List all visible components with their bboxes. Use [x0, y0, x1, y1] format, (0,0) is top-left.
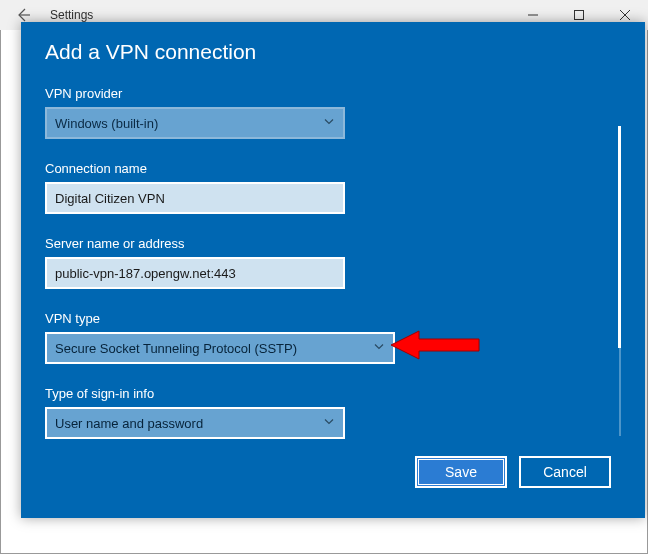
field-server: Server name or address public-vpn-187.op… [45, 236, 595, 289]
connection-name-value: Digital Citizen VPN [55, 191, 165, 206]
chevron-down-icon [323, 416, 335, 431]
vpn-type-select[interactable]: Secure Socket Tunneling Protocol (SSTP) [45, 332, 395, 364]
svg-rect-0 [575, 11, 584, 20]
save-button[interactable]: Save [415, 456, 507, 488]
signin-type-label: Type of sign-in info [45, 386, 595, 401]
chevron-down-icon [373, 341, 385, 356]
vpn-provider-value: Windows (built-in) [55, 116, 158, 131]
server-input[interactable]: public-vpn-187.opengw.net:443 [45, 257, 345, 289]
vpn-provider-select[interactable]: Windows (built-in) [45, 107, 345, 139]
signin-type-select[interactable]: User name and password [45, 407, 345, 439]
server-value: public-vpn-187.opengw.net:443 [55, 266, 236, 281]
scrollbar[interactable] [619, 126, 621, 436]
signin-type-value: User name and password [55, 416, 203, 431]
connection-name-label: Connection name [45, 161, 595, 176]
scrollbar-thumb[interactable] [618, 126, 621, 348]
panel-footer: Save Cancel [45, 444, 621, 500]
vpn-provider-label: VPN provider [45, 86, 595, 101]
field-vpn-provider: VPN provider Windows (built-in) [45, 86, 595, 139]
vpn-type-value: Secure Socket Tunneling Protocol (SSTP) [55, 341, 297, 356]
field-connection-name: Connection name Digital Citizen VPN [45, 161, 595, 214]
cancel-button[interactable]: Cancel [519, 456, 611, 488]
panel-heading: Add a VPN connection [45, 40, 621, 64]
field-signin-type: Type of sign-in info User name and passw… [45, 386, 595, 439]
form-area: VPN provider Windows (built-in) Connecti… [45, 86, 621, 444]
field-vpn-type: VPN type Secure Socket Tunneling Protoco… [45, 311, 595, 364]
vpn-type-label: VPN type [45, 311, 595, 326]
vpn-panel: Add a VPN connection VPN provider Window… [21, 22, 645, 518]
connection-name-input[interactable]: Digital Citizen VPN [45, 182, 345, 214]
server-label: Server name or address [45, 236, 595, 251]
window-title: Settings [50, 8, 93, 22]
chevron-down-icon [323, 116, 335, 131]
